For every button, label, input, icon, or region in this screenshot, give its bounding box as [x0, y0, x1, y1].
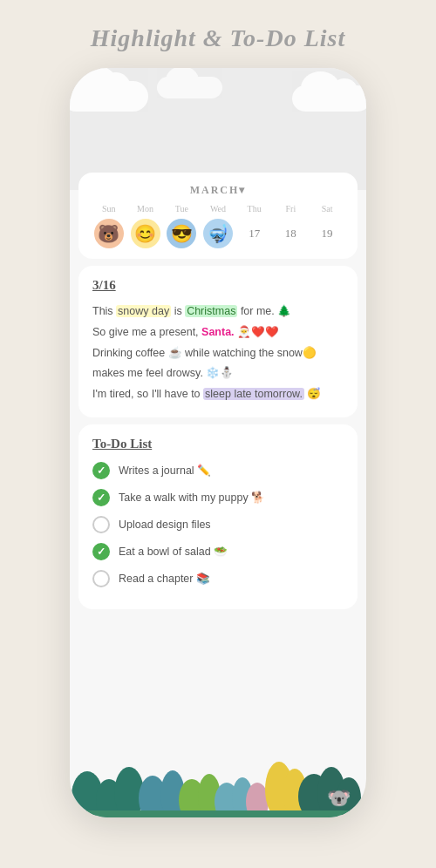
- highlight-line-5: I'm tired, so I'll have to sleep late to…: [92, 384, 344, 405]
- forest-svg: 🐨: [70, 756, 366, 817]
- todo-text-4: Eat a bowl of salad 🥗: [119, 545, 228, 558]
- todo-text-2: Take a walk with my puppy 🐕: [119, 491, 265, 504]
- cloud-1: [70, 81, 148, 112]
- cal-avatar-sun[interactable]: 🐻: [94, 219, 124, 248]
- todo-item-2[interactable]: Take a walk with my puppy 🐕: [92, 489, 344, 506]
- todo-check-3[interactable]: [92, 516, 110, 533]
- calendar-day-headers: Sun Mon Tue Wed Thu Fri Sat: [91, 204, 345, 214]
- day-header-mon: Mon: [131, 204, 160, 214]
- todo-item-4[interactable]: Eat a bowl of salad 🥗: [92, 543, 344, 560]
- month-arrow[interactable]: ▾: [239, 184, 246, 196]
- todo-item-3[interactable]: Upload design files: [92, 516, 344, 533]
- cal-avatar-wed[interactable]: 🤿: [203, 219, 233, 248]
- todo-check-2[interactable]: [92, 489, 110, 506]
- todo-item-5[interactable]: Read a chapter 📚: [92, 570, 344, 587]
- phone-scroll[interactable]: MARCH▾ Sun Mon Tue Wed Thu Fri Sat 🐻 😊: [70, 68, 366, 817]
- highlight-date: 3/16: [92, 278, 344, 293]
- highlight-sleep: sleep late tomorrow.: [203, 388, 304, 400]
- cal-day-19[interactable]: 19: [312, 225, 342, 242]
- calendar-card: MARCH▾ Sun Mon Tue Wed Thu Fri Sat 🐻 😊: [78, 173, 358, 259]
- day-header-wed: Wed: [203, 204, 233, 214]
- highlight-line-1: This snowy day is Christmas for me. 🌲: [92, 302, 344, 322]
- todo-check-4[interactable]: [92, 543, 110, 560]
- day-header-fri: Fri: [276, 204, 305, 214]
- cal-day-17[interactable]: 17: [240, 225, 269, 242]
- month-text: MARCH: [190, 184, 240, 196]
- svg-rect-15: [70, 810, 366, 817]
- highlight-christmas: Christmas: [185, 305, 237, 317]
- todo-card: To-Do List Writes a journal ✏️ Take a wa…: [78, 424, 358, 609]
- calendar-row: 🐻 😊 😎 🤿 17 18 19: [91, 219, 345, 248]
- month-label: MARCH▾: [91, 181, 345, 197]
- highlight-santa: Santa.: [201, 326, 235, 338]
- day-header-sun: Sun: [94, 204, 124, 214]
- todo-check-5[interactable]: [92, 570, 110, 587]
- cloud-3: [157, 77, 222, 98]
- sky-background: [70, 68, 366, 190]
- highlight-card: 3/16 This snowy day is Christmas for me.…: [78, 266, 358, 417]
- todo-text-3: Upload design files: [119, 519, 211, 531]
- todo-check-1[interactable]: [92, 462, 110, 479]
- day-header-tue: Tue: [167, 204, 196, 214]
- highlight-line-2: So give me a present, Santa. 🎅❤️❤️: [92, 322, 344, 343]
- cal-day-18[interactable]: 18: [276, 225, 305, 242]
- cal-avatar-mon[interactable]: 😊: [131, 219, 160, 248]
- todo-item-1[interactable]: Writes a journal ✏️: [92, 462, 344, 479]
- day-header-sat: Sat: [312, 204, 342, 214]
- highlight-content: This snowy day is Christmas for me. 🌲 So…: [92, 302, 344, 405]
- forest-footer: 🐨: [70, 756, 366, 817]
- todo-title: To-Do List: [92, 437, 344, 451]
- highlight-line-3: Drinking coffee ☕ while watching the sno…: [92, 343, 344, 364]
- page-title: Highlight & To-Do List: [91, 24, 345, 52]
- highlight-line-4: makes me feel drowsy. ❄️⛄: [92, 363, 344, 384]
- cal-avatar-tue[interactable]: 😎: [167, 219, 196, 248]
- forest-bear-icon: 🐨: [327, 786, 351, 810]
- todo-text-1: Writes a journal ✏️: [119, 464, 211, 477]
- cloud-2: [292, 85, 366, 112]
- todo-text-5: Read a chapter 📚: [119, 572, 210, 585]
- day-header-thu: Thu: [240, 204, 269, 214]
- highlight-snowy: snowy day: [116, 305, 171, 317]
- phone-container: MARCH▾ Sun Mon Tue Wed Thu Fri Sat 🐻 😊: [70, 68, 366, 817]
